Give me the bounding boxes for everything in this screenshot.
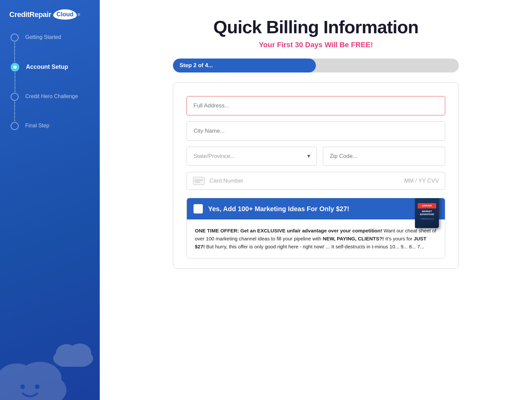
step-connector-3 <box>11 93 19 122</box>
address-input[interactable] <box>187 96 445 115</box>
step-line-3 <box>14 101 15 121</box>
upsell-box: Yes, Add 100+ Marketing Ideas For Only $… <box>187 198 445 258</box>
step-connector-1 <box>11 34 19 63</box>
page-subtitle: Your First 30 Days Will Be FREE! <box>126 41 505 49</box>
book-cover: Unfair Market Advantage CreditRepairClou… <box>415 198 439 228</box>
svg-point-3 <box>20 384 25 389</box>
progress-bar-fill: Step 2 of 4... <box>173 59 316 72</box>
step-label-account-setup: Account Setup <box>26 63 68 70</box>
step-label-final-step: Final Step <box>25 122 49 129</box>
sidebar-item-account-setup[interactable]: Account Setup <box>11 63 100 93</box>
card-stripe-line-1 <box>195 180 203 181</box>
step-circle-2-active <box>11 63 19 71</box>
upsell-book-decoration: Unfair Market Advantage CreditRepairClou… <box>415 198 445 231</box>
step-circle-3 <box>11 93 19 101</box>
card-number-placeholder: Card Number <box>209 178 400 184</box>
svg-point-2 <box>18 362 62 395</box>
page-title: Quick Billing Information <box>126 17 505 37</box>
upsell-header[interactable]: Yes, Add 100+ Marketing Ideas For Only $… <box>187 198 445 219</box>
card-number-row[interactable]: Card Number MM / YY CVV <box>187 172 445 190</box>
cloud-small-icon <box>53 340 93 367</box>
progress-bar-wrapper: Step 2 of 4... <box>173 59 459 72</box>
card-stripe-icon <box>193 177 205 185</box>
state-zip-row: State/Province... ▼ <box>187 147 445 166</box>
sidebar-item-final-step[interactable]: Final Step <box>11 122 100 130</box>
zip-input[interactable] <box>323 147 445 166</box>
book-cover-logo: CreditRepairCloud <box>420 218 434 220</box>
logo-cloud-badge: Cloud <box>53 9 77 20</box>
address-row <box>187 96 445 115</box>
main-content: Quick Billing Information Your First 30 … <box>100 0 532 400</box>
svg-point-4 <box>35 384 40 389</box>
step-connector-4 <box>11 122 19 130</box>
book-cover-title: Market Advantage <box>418 210 436 216</box>
card-date-cvv: MM / YY CVV <box>404 178 439 184</box>
upsell-label: Yes, Add 100+ Marketing Ideas For Only $… <box>208 205 438 213</box>
step-circle-4 <box>11 122 19 130</box>
logo-text-before: CreditRepair <box>9 10 51 19</box>
step-connector-2 <box>11 63 19 93</box>
step-circle-1 <box>11 34 19 42</box>
progress-bar-label: Step 2 of 4... <box>180 62 213 69</box>
state-select[interactable]: State/Province... <box>187 147 317 166</box>
upsell-body-text: ONE TIME OFFER: Get an EXCLUSIVE unfair … <box>195 227 437 251</box>
logo-reg-symbol: ® <box>77 13 80 17</box>
step-line-2 <box>15 72 15 92</box>
upsell-body: ONE TIME OFFER: Get an EXCLUSIVE unfair … <box>187 219 445 258</box>
city-row <box>187 121 445 141</box>
step-line-1 <box>14 42 15 62</box>
city-input[interactable] <box>187 121 445 141</box>
upsell-checkbox[interactable] <box>194 204 203 213</box>
logo-area: CreditRepair Cloud ® <box>0 0 100 30</box>
state-select-wrapper: State/Province... ▼ <box>187 147 317 166</box>
card-icon <box>193 177 205 185</box>
card-stripe-line-2 <box>195 182 200 183</box>
svg-point-7 <box>68 343 91 362</box>
book-cover-badge: Unfair <box>418 203 436 208</box>
step-label-getting-started: Getting Started <box>25 34 61 40</box>
logo-cloud-text: Cloud <box>57 11 73 18</box>
form-card: State/Province... ▼ Card Number MM / YY … <box>173 82 459 269</box>
sidebar-item-getting-started[interactable]: Getting Started <box>11 34 100 63</box>
step-label-credit-hero: Credit Hero Challenge <box>25 93 78 99</box>
sidebar-item-credit-hero[interactable]: Credit Hero Challenge <box>11 93 100 122</box>
sidebar-cloud-decoration <box>0 320 100 400</box>
sidebar: CreditRepair Cloud ® Getting Started Acc… <box>0 0 100 400</box>
